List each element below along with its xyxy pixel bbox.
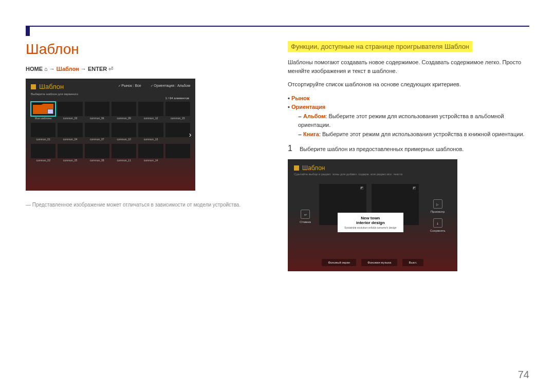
- preview-button[interactable]: ▷ Просмотр: [430, 199, 446, 213]
- template-thumb[interactable]: [31, 123, 55, 137]
- header-accent: [26, 26, 30, 36]
- breadcrumb-enter: ENTER: [88, 66, 107, 72]
- thumb-label: common_10: [112, 138, 136, 141]
- template-thumb[interactable]: [112, 123, 136, 137]
- thumb-label: common_08: [85, 159, 109, 162]
- home-icon: ⌂: [44, 66, 48, 72]
- preview-label: Просмотр: [431, 210, 445, 213]
- card-line1: New town: [340, 216, 401, 220]
- exit-button[interactable]: Выкл.: [402, 259, 423, 266]
- template-grid-screenshot: Шаблон Рынок : Все Ориентация : Альбом В…: [26, 79, 195, 191]
- template-thumb[interactable]: [58, 123, 82, 137]
- section-heading: Функции, доступные на странице проигрыва…: [288, 41, 472, 52]
- thumb-label: common_01: [31, 138, 55, 141]
- step-text: Выберите шаблон из предоставленных приме…: [300, 144, 464, 152]
- background-music-button[interactable]: Фоновая музыка: [361, 259, 397, 266]
- image-icon: ◩: [413, 186, 417, 190]
- paragraph: Шаблоны помогают создавать новое содержи…: [288, 58, 529, 75]
- card-line3: Sustainble evolution unfolds tomorrw's d…: [340, 226, 401, 229]
- template-editor-screenshot: Шаблон Сделайте выбор и редакт. зоны для…: [288, 159, 457, 271]
- template-thumb[interactable]: [58, 144, 82, 158]
- thumb-label: common_09: [112, 117, 136, 120]
- shot2-subtitle: Сделайте выбор и редакт. зоны для добавл…: [288, 173, 457, 176]
- template-thumb[interactable]: [138, 144, 163, 158]
- thumb-label: common_15: [165, 117, 190, 120]
- top-rule: [30, 26, 529, 27]
- save-icon: ⤓: [436, 221, 439, 225]
- page-number: 74: [518, 369, 529, 381]
- thumb-label: common_05: [58, 159, 82, 162]
- template-thumb[interactable]: [165, 102, 190, 116]
- list-item-book-text: : Выберите этот режим для использования …: [319, 131, 525, 137]
- thumb-label: common_02: [31, 159, 55, 162]
- breadcrumb-arrow: →: [49, 66, 55, 72]
- filter-market[interactable]: Рынок : Все: [118, 84, 141, 87]
- template-thumb[interactable]: [85, 123, 109, 137]
- play-icon: ▷: [436, 202, 439, 206]
- thumb-label: common_03: [58, 117, 82, 120]
- text-card[interactable]: New town interior design Sustainble evol…: [338, 213, 403, 232]
- footnote: ― Представленное изображение может отлич…: [26, 201, 267, 209]
- shot1-subtitle: Выберите шаблон для экранного: [26, 92, 195, 97]
- template-thumb[interactable]: [85, 102, 109, 116]
- preview-area: ◩ ◩ New town interior design Sustainble …: [319, 184, 422, 232]
- template-thumb[interactable]: [138, 123, 163, 137]
- step-row: 1 Выберите шаблон из предоставленных при…: [288, 144, 529, 153]
- breadcrumb-home: HOME: [26, 66, 43, 72]
- template-thumb[interactable]: [165, 144, 190, 158]
- list-item-book-key: Книга: [303, 131, 319, 137]
- template-thumb[interactable]: [112, 144, 136, 158]
- cancel-label: Отмена: [300, 220, 311, 223]
- breadcrumb: HOME ⌂ → Шаблон → ENTER ⏎: [26, 66, 267, 72]
- thumb-label: common_04: [58, 138, 82, 141]
- enter-icon: ⏎: [108, 66, 113, 72]
- save-label: Сохранить: [430, 229, 446, 232]
- back-icon: ↩: [304, 213, 307, 216]
- shot1-title: Шаблон: [39, 83, 64, 90]
- shot2-title: Шаблон: [302, 164, 325, 172]
- step-number: 1: [288, 144, 292, 153]
- cancel-button[interactable]: ↩ Отмена: [300, 210, 311, 223]
- list-item-orientation: Ориентация: [291, 104, 325, 110]
- background-screen-button[interactable]: Фоновый экран: [322, 259, 356, 266]
- thumb-label: common_06: [85, 117, 109, 120]
- template-icon: [31, 84, 36, 89]
- template-grid: Мои шаблоны common_03 common_06 common_0…: [26, 100, 195, 164]
- thumb-label: Мои шаблоны: [31, 117, 55, 120]
- list-item-market: Рынок: [291, 95, 310, 101]
- template-thumb[interactable]: [112, 102, 136, 116]
- breadcrumb-template: Шаблон: [57, 66, 79, 72]
- thumb-label: common_12: [138, 117, 163, 120]
- thumb-label: common_07: [85, 138, 109, 141]
- breadcrumb-arrow: →: [81, 66, 86, 72]
- thumb-label: common_11: [112, 159, 136, 162]
- list-item-album-text: : Выберите этот режим для использования …: [298, 113, 504, 128]
- card-line2: interior design: [340, 220, 401, 225]
- template-thumb-selected[interactable]: [31, 102, 55, 116]
- save-button[interactable]: ⤓ Сохранить: [430, 218, 446, 232]
- thumb-label: common_14: [138, 159, 163, 162]
- list-item-album-key: Альбом: [303, 113, 325, 119]
- template-thumb[interactable]: [58, 102, 82, 116]
- template-thumb[interactable]: [165, 123, 190, 137]
- template-thumb[interactable]: [138, 102, 163, 116]
- thumb-label: common_13: [138, 138, 163, 141]
- filter-orientation[interactable]: Ориентация : Альбом: [151, 84, 190, 87]
- next-page-icon[interactable]: ›: [187, 128, 193, 141]
- template-icon: [294, 165, 299, 171]
- image-icon: ◩: [360, 186, 364, 190]
- page-title: Шаблон: [26, 41, 267, 58]
- template-thumb[interactable]: [85, 144, 109, 158]
- template-thumb[interactable]: [31, 144, 55, 158]
- paragraph: Отсортируйте список шаблонов на основе с…: [288, 80, 529, 89]
